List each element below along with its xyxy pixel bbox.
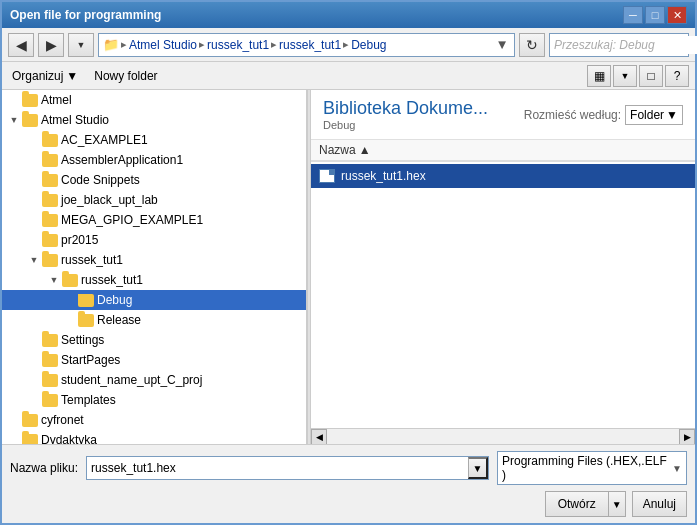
- filetype-text: Programming Files (.HEX,.ELF ): [502, 454, 672, 482]
- tree-item-ac-example[interactable]: AC_EXAMPLE1: [2, 130, 306, 150]
- tree-label-ac-example: AC_EXAMPLE1: [61, 133, 148, 147]
- path-part-2[interactable]: russek_tut1: [207, 38, 269, 52]
- folder-icon-atmel: [22, 94, 38, 107]
- folder-icon-assembler: [42, 154, 58, 167]
- tree-item-assembler[interactable]: AssemblerApplication1: [2, 150, 306, 170]
- open-button[interactable]: Otwórz: [545, 491, 608, 517]
- expand-icon: [26, 152, 42, 168]
- view-dropdown-button[interactable]: ▼: [613, 65, 637, 87]
- expand-icon: ▼: [26, 252, 42, 268]
- expand-icon: ▼: [6, 112, 22, 128]
- column-headers: Nazwa ▲: [311, 140, 695, 162]
- library-header: Biblioteka Dokume... Debug Rozmieść wedł…: [311, 90, 695, 140]
- minimize-button[interactable]: ─: [623, 6, 643, 24]
- tree-item-cyfronet[interactable]: cyfronet: [2, 410, 306, 430]
- folder-icon-student-name: [42, 374, 58, 387]
- maximize-button[interactable]: □: [645, 6, 665, 24]
- tree-item-startpages[interactable]: StartPages: [2, 350, 306, 370]
- open-dropdown-button[interactable]: ▼: [608, 491, 626, 517]
- tree-item-atmel[interactable]: Atmel: [2, 90, 306, 110]
- horizontal-scrollbar: ◀ ▶: [311, 428, 695, 444]
- tree-item-russek-tut1-l1[interactable]: ▼ russek_tut1: [2, 250, 306, 270]
- open-button-group: Otwórz ▼: [545, 491, 626, 517]
- view-list-button[interactable]: ▦: [587, 65, 611, 87]
- tree-item-templates[interactable]: Templates: [2, 390, 306, 410]
- back-button[interactable]: ◀: [8, 33, 34, 57]
- h-scroll-left-button[interactable]: ◀: [311, 429, 327, 445]
- folder-icon-addr: 📁: [103, 37, 119, 52]
- expand-icon: [26, 332, 42, 348]
- address-toolbar: ◀ ▶ ▼ 📁 ▸ Atmel Studio ▸ russek_tut1 ▸ r…: [2, 28, 695, 62]
- buttons-row: Otwórz ▼ Anuluj: [10, 491, 687, 517]
- folder-icon-russek-l1: [42, 254, 58, 267]
- tree-label-startpages: StartPages: [61, 353, 120, 367]
- tree-item-release[interactable]: Release: [2, 310, 306, 330]
- tree-label-atmel: Atmel: [41, 93, 72, 107]
- organize-button[interactable]: Organizuj ▼: [8, 67, 82, 85]
- tree-item-atmel-studio[interactable]: ▼ Atmel Studio: [2, 110, 306, 130]
- search-input[interactable]: [550, 36, 697, 54]
- bottom-bar: Nazwa pliku: ▼ Programming Files (.HEX,.…: [2, 444, 695, 523]
- expand-icon: [6, 432, 22, 444]
- tree-item-settings[interactable]: Settings: [2, 330, 306, 350]
- tree-item-mega-gpio[interactable]: MEGA_GPIO_EXAMPLE1: [2, 210, 306, 230]
- forward-button[interactable]: ▶: [38, 33, 64, 57]
- expand-icon: [62, 292, 78, 308]
- folder-icon-dydaktyka: [22, 434, 38, 445]
- path-part-4[interactable]: Debug: [351, 38, 386, 52]
- filename-dropdown-button[interactable]: ▼: [468, 457, 488, 479]
- new-folder-button[interactable]: Nowy folder: [90, 67, 161, 85]
- address-dropdown-button[interactable]: ▼: [494, 34, 510, 56]
- file-label-russek-hex: russek_tut1.hex: [341, 169, 426, 183]
- title-bar-buttons: ─ □ ✕: [623, 6, 687, 24]
- h-scroll-right-button[interactable]: ▶: [679, 429, 695, 445]
- folder-icon-cyfronet: [22, 414, 38, 427]
- expand-icon: [26, 352, 42, 368]
- address-bar: 📁 ▸ Atmel Studio ▸ russek_tut1 ▸ russek_…: [98, 33, 515, 57]
- expand-icon: ▼: [46, 272, 62, 288]
- sort-arrow-icon: ▼: [666, 108, 678, 122]
- filetype-arrow-icon: ▼: [672, 463, 682, 474]
- tree-label-release: Release: [97, 313, 141, 327]
- window-title: Open file for programming: [10, 8, 161, 22]
- tree-item-student-name[interactable]: student_name_upt_C_proj: [2, 370, 306, 390]
- tree-item-joe-black[interactable]: joe_black_upt_lab: [2, 190, 306, 210]
- view-details-button[interactable]: □: [639, 65, 663, 87]
- folder-icon-templates: [42, 394, 58, 407]
- organize-arrow-icon: ▼: [66, 69, 78, 83]
- folder-icon-release: [78, 314, 94, 327]
- cancel-button[interactable]: Anuluj: [632, 491, 687, 517]
- sort-dropdown[interactable]: Folder ▼: [625, 105, 683, 125]
- tree-item-code-snippets[interactable]: Code Snippets: [2, 170, 306, 190]
- tree-item-pr2015[interactable]: pr2015: [2, 230, 306, 250]
- view-help-button[interactable]: ?: [665, 65, 689, 87]
- tree-label-assembler: AssemblerApplication1: [61, 153, 183, 167]
- main-content: Atmel ▼ Atmel Studio AC_EXAMPLE1 Assembl…: [2, 90, 695, 444]
- tree-label-pr2015: pr2015: [61, 233, 98, 247]
- filetype-select[interactable]: Programming Files (.HEX,.ELF ) ▼: [497, 451, 687, 485]
- folder-icon-debug: [78, 294, 94, 307]
- col-header-name[interactable]: Nazwa ▲: [319, 143, 371, 157]
- folder-icon-settings: [42, 334, 58, 347]
- sort-value: Folder: [630, 108, 664, 122]
- tree-label-dydaktyka: Dydaktyka: [41, 433, 97, 444]
- tree-label-templates: Templates: [61, 393, 116, 407]
- filename-label: Nazwa pliku:: [10, 461, 78, 475]
- path-part-1[interactable]: Atmel Studio: [129, 38, 197, 52]
- tree-label-debug: Debug: [97, 293, 132, 307]
- path-part-3[interactable]: russek_tut1: [279, 38, 341, 52]
- dropdown-nav-button[interactable]: ▼: [68, 33, 94, 57]
- sort-label: Rozmieść według:: [524, 108, 621, 122]
- tree-item-russek-tut1-l2[interactable]: ▼ russek_tut1: [2, 270, 306, 290]
- filename-input[interactable]: [87, 459, 468, 477]
- refresh-button[interactable]: ↻: [519, 33, 545, 57]
- search-box: 🔍: [549, 33, 689, 57]
- close-button[interactable]: ✕: [667, 6, 687, 24]
- folder-icon-startpages: [42, 354, 58, 367]
- library-title-group: Biblioteka Dokume... Debug: [323, 98, 488, 131]
- address-path: 📁 ▸ Atmel Studio ▸ russek_tut1 ▸ russek_…: [103, 37, 490, 52]
- tree-label-russek-l1: russek_tut1: [61, 253, 123, 267]
- file-item-russek-hex[interactable]: russek_tut1.hex: [311, 164, 695, 188]
- tree-item-dydaktyka[interactable]: Dydaktyka: [2, 430, 306, 444]
- tree-item-debug[interactable]: Debug: [2, 290, 306, 310]
